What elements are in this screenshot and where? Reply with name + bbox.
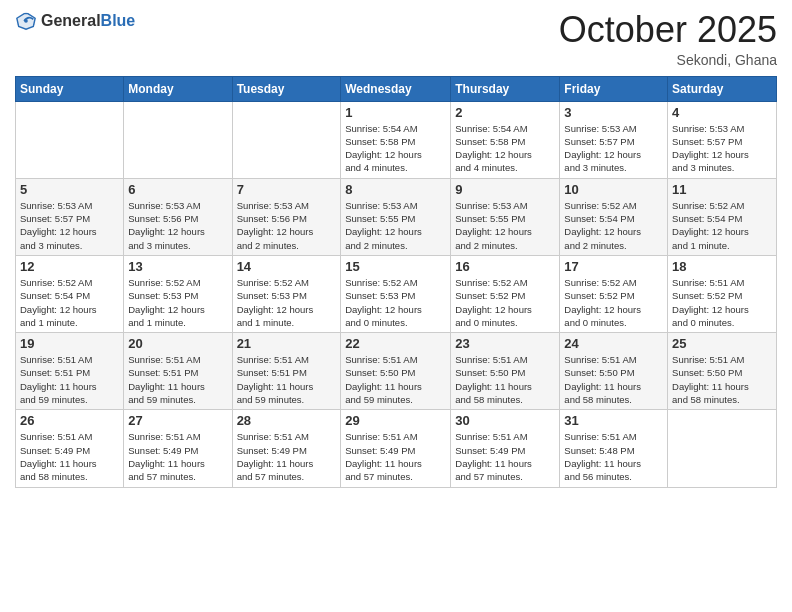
page: GeneralBlue October 2025 Sekondi, Ghana … [0,0,792,612]
calendar-cell: 3Sunrise: 5:53 AM Sunset: 5:57 PM Daylig… [560,101,668,178]
calendar-cell: 7Sunrise: 5:53 AM Sunset: 5:56 PM Daylig… [232,178,341,255]
calendar-week-row: 1Sunrise: 5:54 AM Sunset: 5:58 PM Daylig… [16,101,777,178]
day-number: 4 [672,105,772,120]
day-info: Sunrise: 5:51 AM Sunset: 5:50 PM Dayligh… [345,353,446,406]
title-area: October 2025 Sekondi, Ghana [559,10,777,68]
day-info: Sunrise: 5:52 AM Sunset: 5:53 PM Dayligh… [345,276,446,329]
day-number: 13 [128,259,227,274]
location: Sekondi, Ghana [559,52,777,68]
day-number: 26 [20,413,119,428]
calendar-cell: 21Sunrise: 5:51 AM Sunset: 5:51 PM Dayli… [232,333,341,410]
day-number: 21 [237,336,337,351]
day-info: Sunrise: 5:54 AM Sunset: 5:58 PM Dayligh… [455,122,555,175]
day-number: 2 [455,105,555,120]
day-info: Sunrise: 5:51 AM Sunset: 5:52 PM Dayligh… [672,276,772,329]
calendar-cell: 6Sunrise: 5:53 AM Sunset: 5:56 PM Daylig… [124,178,232,255]
day-info: Sunrise: 5:53 AM Sunset: 5:57 PM Dayligh… [672,122,772,175]
day-info: Sunrise: 5:51 AM Sunset: 5:49 PM Dayligh… [128,430,227,483]
day-number: 14 [237,259,337,274]
day-number: 31 [564,413,663,428]
day-info: Sunrise: 5:51 AM Sunset: 5:51 PM Dayligh… [20,353,119,406]
calendar-header-monday: Monday [124,76,232,101]
day-info: Sunrise: 5:51 AM Sunset: 5:51 PM Dayligh… [128,353,227,406]
calendar-cell: 11Sunrise: 5:52 AM Sunset: 5:54 PM Dayli… [668,178,777,255]
logo-blue: Blue [101,12,136,29]
calendar-cell: 16Sunrise: 5:52 AM Sunset: 5:52 PM Dayli… [451,255,560,332]
day-info: Sunrise: 5:51 AM Sunset: 5:49 PM Dayligh… [237,430,337,483]
calendar-cell: 4Sunrise: 5:53 AM Sunset: 5:57 PM Daylig… [668,101,777,178]
calendar-cell: 23Sunrise: 5:51 AM Sunset: 5:50 PM Dayli… [451,333,560,410]
day-info: Sunrise: 5:53 AM Sunset: 5:57 PM Dayligh… [564,122,663,175]
calendar-cell: 2Sunrise: 5:54 AM Sunset: 5:58 PM Daylig… [451,101,560,178]
day-number: 17 [564,259,663,274]
day-info: Sunrise: 5:51 AM Sunset: 5:51 PM Dayligh… [237,353,337,406]
day-info: Sunrise: 5:53 AM Sunset: 5:55 PM Dayligh… [455,199,555,252]
day-number: 5 [20,182,119,197]
day-info: Sunrise: 5:52 AM Sunset: 5:54 PM Dayligh… [672,199,772,252]
month-year: October 2025 [559,10,777,50]
calendar: SundayMondayTuesdayWednesdayThursdayFrid… [15,76,777,488]
day-info: Sunrise: 5:52 AM Sunset: 5:53 PM Dayligh… [237,276,337,329]
day-number: 23 [455,336,555,351]
day-number: 19 [20,336,119,351]
day-info: Sunrise: 5:51 AM Sunset: 5:48 PM Dayligh… [564,430,663,483]
calendar-cell [232,101,341,178]
day-info: Sunrise: 5:51 AM Sunset: 5:50 PM Dayligh… [455,353,555,406]
calendar-cell: 31Sunrise: 5:51 AM Sunset: 5:48 PM Dayli… [560,410,668,487]
calendar-week-row: 26Sunrise: 5:51 AM Sunset: 5:49 PM Dayli… [16,410,777,487]
calendar-cell: 1Sunrise: 5:54 AM Sunset: 5:58 PM Daylig… [341,101,451,178]
day-info: Sunrise: 5:52 AM Sunset: 5:54 PM Dayligh… [564,199,663,252]
day-info: Sunrise: 5:52 AM Sunset: 5:52 PM Dayligh… [455,276,555,329]
calendar-cell: 22Sunrise: 5:51 AM Sunset: 5:50 PM Dayli… [341,333,451,410]
calendar-cell: 14Sunrise: 5:52 AM Sunset: 5:53 PM Dayli… [232,255,341,332]
calendar-cell [124,101,232,178]
day-number: 18 [672,259,772,274]
calendar-cell: 19Sunrise: 5:51 AM Sunset: 5:51 PM Dayli… [16,333,124,410]
header: GeneralBlue October 2025 Sekondi, Ghana [15,10,777,68]
day-number: 10 [564,182,663,197]
day-info: Sunrise: 5:53 AM Sunset: 5:56 PM Dayligh… [237,199,337,252]
calendar-cell: 17Sunrise: 5:52 AM Sunset: 5:52 PM Dayli… [560,255,668,332]
calendar-cell [16,101,124,178]
calendar-week-row: 19Sunrise: 5:51 AM Sunset: 5:51 PM Dayli… [16,333,777,410]
calendar-cell: 28Sunrise: 5:51 AM Sunset: 5:49 PM Dayli… [232,410,341,487]
day-number: 3 [564,105,663,120]
calendar-cell [668,410,777,487]
day-number: 30 [455,413,555,428]
day-number: 16 [455,259,555,274]
day-number: 7 [237,182,337,197]
day-number: 6 [128,182,227,197]
calendar-cell: 5Sunrise: 5:53 AM Sunset: 5:57 PM Daylig… [16,178,124,255]
day-info: Sunrise: 5:52 AM Sunset: 5:54 PM Dayligh… [20,276,119,329]
calendar-week-row: 5Sunrise: 5:53 AM Sunset: 5:57 PM Daylig… [16,178,777,255]
logo-text: GeneralBlue [41,11,135,30]
day-info: Sunrise: 5:53 AM Sunset: 5:56 PM Dayligh… [128,199,227,252]
day-info: Sunrise: 5:51 AM Sunset: 5:50 PM Dayligh… [672,353,772,406]
calendar-cell: 20Sunrise: 5:51 AM Sunset: 5:51 PM Dayli… [124,333,232,410]
day-info: Sunrise: 5:53 AM Sunset: 5:57 PM Dayligh… [20,199,119,252]
calendar-cell: 15Sunrise: 5:52 AM Sunset: 5:53 PM Dayli… [341,255,451,332]
calendar-cell: 13Sunrise: 5:52 AM Sunset: 5:53 PM Dayli… [124,255,232,332]
day-info: Sunrise: 5:51 AM Sunset: 5:49 PM Dayligh… [345,430,446,483]
day-number: 1 [345,105,446,120]
calendar-cell: 29Sunrise: 5:51 AM Sunset: 5:49 PM Dayli… [341,410,451,487]
calendar-header-friday: Friday [560,76,668,101]
calendar-cell: 10Sunrise: 5:52 AM Sunset: 5:54 PM Dayli… [560,178,668,255]
calendar-cell: 26Sunrise: 5:51 AM Sunset: 5:49 PM Dayli… [16,410,124,487]
day-number: 20 [128,336,227,351]
calendar-header-thursday: Thursday [451,76,560,101]
day-number: 29 [345,413,446,428]
day-info: Sunrise: 5:51 AM Sunset: 5:50 PM Dayligh… [564,353,663,406]
day-info: Sunrise: 5:52 AM Sunset: 5:53 PM Dayligh… [128,276,227,329]
logo: GeneralBlue [15,10,135,32]
calendar-cell: 27Sunrise: 5:51 AM Sunset: 5:49 PM Dayli… [124,410,232,487]
day-info: Sunrise: 5:51 AM Sunset: 5:49 PM Dayligh… [455,430,555,483]
calendar-header-tuesday: Tuesday [232,76,341,101]
logo-general: General [41,12,101,29]
calendar-header-wednesday: Wednesday [341,76,451,101]
day-number: 9 [455,182,555,197]
calendar-cell: 30Sunrise: 5:51 AM Sunset: 5:49 PM Dayli… [451,410,560,487]
svg-point-2 [24,19,28,23]
calendar-cell: 12Sunrise: 5:52 AM Sunset: 5:54 PM Dayli… [16,255,124,332]
calendar-cell: 9Sunrise: 5:53 AM Sunset: 5:55 PM Daylig… [451,178,560,255]
